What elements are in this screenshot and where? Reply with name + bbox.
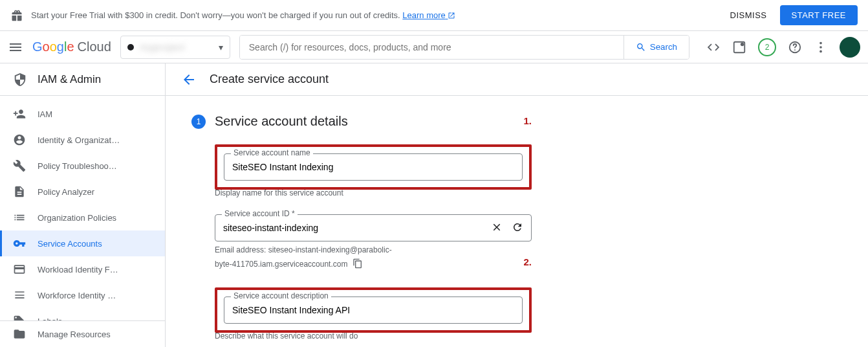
svg-point-5 [819,46,822,49]
tag-icon [13,315,26,320]
clear-icon[interactable] [491,221,503,233]
account-icon [13,133,26,146]
sidebar-item-iam[interactable]: IAM [0,101,165,127]
name-helper: Display name for this service account [215,188,532,197]
desc-helper: Describe what this service account will … [215,331,532,341]
start-free-button[interactable]: START FREE [780,5,858,25]
caret-down-icon: ▾ [219,42,223,52]
step-badge: 1 [191,115,206,129]
sidebar-item-label: Manage Resources [38,330,111,339]
svg-point-1 [741,43,744,45]
annotation-1: 1. [523,115,532,126]
sidebar-item-label: Organization Policies [38,213,116,223]
copy-icon[interactable] [353,258,363,269]
step-title: Service account details [215,114,348,129]
search-button[interactable]: Search [624,36,689,59]
key-icon [13,237,26,250]
shield-icon [13,73,27,87]
sidebar-item-label: Workload Identity F… [38,265,118,274]
sidebar-item-label: Workforce Identity … [38,291,116,300]
sidebar-item-workload-identity-f-[interactable]: Workload Identity F… [0,256,165,282]
notifications-icon[interactable] [732,40,746,54]
search-input[interactable] [240,36,624,59]
menu-icon[interactable] [8,39,23,55]
list-icon [13,211,26,224]
sidebar-item-label: IAM [38,109,52,119]
google-cloud-logo[interactable]: Google Cloud [32,39,111,54]
people-icon [13,107,26,120]
lines-icon [13,289,26,302]
help-icon[interactable] [788,40,802,54]
id-field-label: Service account ID * [222,209,298,218]
sidebar-item-identity-organizat-[interactable]: Identity & Organizat… [0,127,165,153]
back-arrow-icon[interactable] [181,72,197,87]
sidebar-item-labels[interactable]: Labels [0,308,165,320]
card-icon [13,263,26,276]
service-account-name-input[interactable] [232,162,514,172]
learn-more-link[interactable]: Learn more [402,10,455,20]
svg-point-6 [819,50,822,52]
folder-icon [13,328,26,341]
sidebar-item-manage-resources[interactable]: Manage Resources [0,321,165,347]
sidebar-item-workforce-identity-[interactable]: Workforce Identity … [0,282,165,308]
search-box: Search [239,35,689,60]
wrench-icon [13,159,26,172]
page-title: Create service account [210,73,329,86]
refresh-icon[interactable] [512,221,523,233]
svg-point-3 [794,49,796,50]
project-selector[interactable]: myproject ▾ [120,36,230,59]
email-line2: byte-411705.iam.gserviceaccount.com [215,258,347,271]
more-icon[interactable] [814,40,828,54]
gift-icon [10,9,23,22]
svg-point-4 [819,41,822,44]
sidebar-item-label: Policy Analyzer [38,187,94,197]
sidebar-item-policy-analyzer[interactable]: Policy Analyzer [0,179,165,205]
email-line1: Email address: siteseo-instant-indexing@… [215,245,532,254]
avatar[interactable] [840,37,860,58]
trial-badge[interactable]: 2 [758,38,776,56]
doc-icon [13,185,26,198]
dismiss-button[interactable]: DISMISS [730,10,767,20]
name-field-label: Service account name [231,148,313,157]
project-dot-icon [127,44,134,50]
sidebar-item-service-accounts[interactable]: Service Accounts [0,230,165,256]
sidebar-item-label: Policy Troubleshoo… [38,161,117,171]
desc-field-label: Service account description [231,291,331,300]
sidebar-item-organization-policies[interactable]: Organization Policies [0,205,165,230]
promo-text: Start your Free Trial with $300 in credi… [31,10,730,20]
service-account-desc-input[interactable] [232,305,514,315]
service-account-id-input[interactable] [223,223,523,233]
sidebar-item-label: Identity & Organizat… [38,135,120,145]
sidebar-title: IAM & Admin [0,63,165,96]
sidebar-item-policy-troubleshoo-[interactable]: Policy Troubleshoo… [0,153,165,179]
sidebar-item-label: Service Accounts [38,239,102,249]
annotation-2: 2. [523,254,532,270]
cloud-shell-icon[interactable] [706,40,721,54]
